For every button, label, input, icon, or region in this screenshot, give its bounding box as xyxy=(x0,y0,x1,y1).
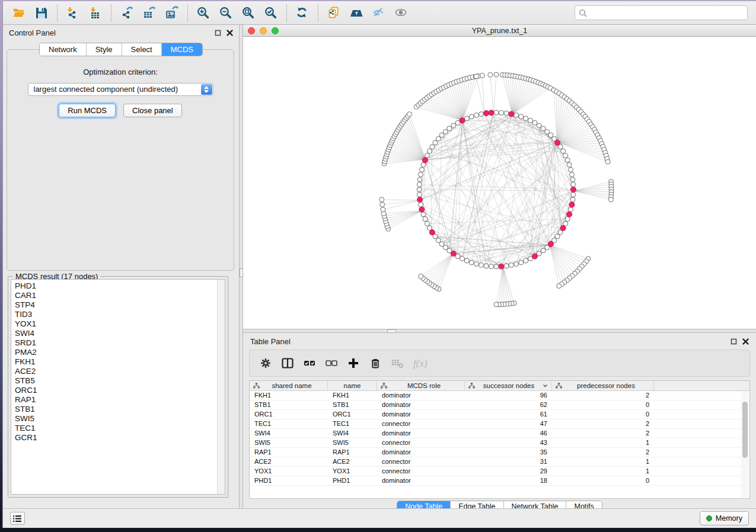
leaf-node[interactable] xyxy=(380,202,385,207)
zoom-out-button[interactable] xyxy=(215,4,237,23)
float-table-panel-icon[interactable] xyxy=(731,338,737,345)
ring-node[interactable] xyxy=(436,238,441,243)
leaf-node[interactable] xyxy=(494,72,499,77)
table-cell[interactable]: FKH1 xyxy=(328,391,377,400)
mcds-hub-node[interactable] xyxy=(560,225,566,230)
table-cell[interactable]: dominator xyxy=(377,391,465,400)
table-cell[interactable]: FKH1 xyxy=(250,391,328,400)
table-row[interactable]: SWI5SWI5connector431 xyxy=(250,438,741,448)
ring-node[interactable] xyxy=(451,123,456,128)
network-titlebar[interactable]: YPA_prune.txt_1 xyxy=(243,25,756,37)
column-header[interactable]: shared name xyxy=(250,381,328,390)
table-cell[interactable]: 2 xyxy=(552,391,654,400)
ring-node[interactable] xyxy=(443,245,448,250)
mcds-result-node[interactable]: PHD1 xyxy=(15,281,225,291)
mcds-hub-node[interactable] xyxy=(569,202,575,207)
mcds-result-node[interactable]: SWI5 xyxy=(15,414,225,424)
ring-node[interactable] xyxy=(417,182,422,187)
leaf-node[interactable] xyxy=(379,197,384,202)
ring-node[interactable] xyxy=(439,133,444,137)
table-cell[interactable]: RAP1 xyxy=(250,448,328,457)
mcds-result-node[interactable]: SRD1 xyxy=(15,338,225,348)
table-cell[interactable]: dominator xyxy=(377,410,465,419)
open-file-button[interactable] xyxy=(8,4,30,23)
table-row[interactable]: ORC1ORC1dominator610 xyxy=(250,410,741,419)
search-network-button[interactable] xyxy=(345,4,368,23)
table-cell[interactable]: connector xyxy=(377,457,465,466)
table-cell[interactable]: STB1 xyxy=(250,400,328,409)
ring-node[interactable] xyxy=(427,149,432,153)
mcds-result-node[interactable]: TEC1 xyxy=(15,424,225,433)
table-cell[interactable]: 18 xyxy=(465,476,552,485)
ring-node[interactable] xyxy=(571,182,576,187)
table-cell[interactable]: 62 xyxy=(465,400,552,409)
close-panel-button[interactable]: Close panel xyxy=(123,104,182,117)
import-table-button[interactable] xyxy=(84,4,107,23)
ring-node[interactable] xyxy=(489,264,494,269)
mcds-hub-node[interactable] xyxy=(483,111,489,116)
run-mcds-button[interactable]: Run MCDS xyxy=(59,104,116,117)
table-cell[interactable]: SWI4 xyxy=(250,429,328,438)
table-cell[interactable]: ORC1 xyxy=(250,410,328,419)
table-cell[interactable]: PHD1 xyxy=(328,476,377,485)
mcds-result-list[interactable]: PHD1CAR1STP4TID3YOX1SWI4SRD1PMA2FKH1ACE2… xyxy=(11,279,225,495)
mcds-hub-node[interactable] xyxy=(451,251,456,257)
ring-node[interactable] xyxy=(567,162,572,167)
mcds-result-node[interactable]: TID3 xyxy=(15,310,225,319)
table-cell[interactable]: 1 xyxy=(552,457,654,466)
ring-node[interactable] xyxy=(421,212,426,217)
leaf-node[interactable] xyxy=(381,207,385,212)
table-cell[interactable]: 96 xyxy=(465,391,552,400)
table-cell[interactable]: SWI5 xyxy=(328,438,377,447)
search-box[interactable] xyxy=(575,5,748,20)
leaf-node[interactable] xyxy=(608,197,613,202)
leaf-node[interactable] xyxy=(474,74,479,79)
mcds-result-node[interactable]: FKH1 xyxy=(15,357,225,367)
table-cell[interactable]: 0 xyxy=(552,400,654,409)
ring-node[interactable] xyxy=(541,126,546,131)
table-cell[interactable]: YOX1 xyxy=(328,467,377,476)
tab-network[interactable]: Network xyxy=(40,43,87,56)
copy-share-button[interactable] xyxy=(323,4,345,23)
ring-node[interactable] xyxy=(479,112,484,117)
ring-node[interactable] xyxy=(504,264,509,268)
table-cell[interactable]: 31 xyxy=(465,457,552,466)
table-cell[interactable]: STB1 xyxy=(328,400,377,409)
ring-node[interactable] xyxy=(417,193,422,197)
table-cell[interactable]: connector xyxy=(377,467,465,476)
close-table-panel-icon[interactable] xyxy=(742,338,749,345)
ring-node[interactable] xyxy=(514,262,519,267)
table-cell[interactable]: 1 xyxy=(552,438,654,447)
ring-node[interactable] xyxy=(494,110,499,115)
leaf-node[interactable] xyxy=(480,73,484,78)
table-settings-button[interactable] xyxy=(256,352,277,374)
mcds-hub-node[interactable] xyxy=(570,187,576,192)
mcds-result-node[interactable]: PMA2 xyxy=(15,348,225,357)
table-row[interactable]: ACE2ACE2connector311 xyxy=(250,457,741,467)
ring-node[interactable] xyxy=(555,234,560,239)
ring-node[interactable] xyxy=(494,264,499,269)
table-cell[interactable]: 43 xyxy=(465,438,552,447)
show-panels-button[interactable] xyxy=(10,512,25,525)
table-cell[interactable]: dominator xyxy=(377,429,465,438)
table-cell[interactable]: 0 xyxy=(552,476,654,485)
save-session-button[interactable] xyxy=(30,4,53,23)
mcds-hub-node[interactable] xyxy=(460,118,465,123)
ring-node[interactable] xyxy=(571,193,576,197)
ring-node[interactable] xyxy=(514,113,519,117)
ring-node[interactable] xyxy=(464,116,469,121)
ring-node[interactable] xyxy=(419,167,424,172)
table-cell[interactable]: 2 xyxy=(552,448,654,457)
ring-node[interactable] xyxy=(504,111,509,116)
table-row[interactable]: YOX1YOX1connector291 xyxy=(250,467,741,476)
table-cell[interactable]: 2 xyxy=(552,419,654,428)
mcds-hub-node[interactable] xyxy=(532,254,537,259)
table-cell[interactable]: YOX1 xyxy=(250,467,328,476)
mcds-result-node[interactable]: ORC1 xyxy=(15,386,225,395)
ring-node[interactable] xyxy=(421,162,426,167)
table-cell[interactable]: SWI5 xyxy=(250,438,328,447)
table-cell[interactable]: TEC1 xyxy=(250,419,328,428)
ring-node[interactable] xyxy=(464,258,469,263)
ring-node[interactable] xyxy=(509,263,513,268)
mcds-result-node[interactable]: SWI4 xyxy=(15,329,225,338)
